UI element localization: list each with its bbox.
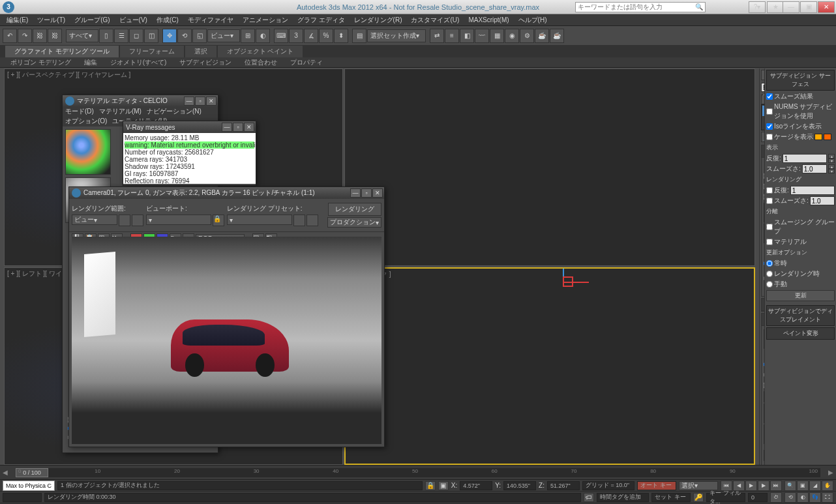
angle-snap-button[interactable]: ∡ [304,29,318,43]
snap-button[interactable]: 3 [289,29,303,43]
ref-coord-dropdown[interactable]: ビュー ▾ [207,29,240,42]
roll-btn[interactable]: ◐ [797,492,809,503]
mat-max-button[interactable]: ▫ [195,96,205,106]
time-config-btn[interactable]: ⏱ [770,492,782,503]
walk-btn[interactable]: 👣 [809,492,821,503]
ribbon-sub-align[interactable]: 位置合わせ [239,57,282,68]
subdiv-rollout-header[interactable]: サブディビジョン サーフェス [766,70,835,91]
menu-help[interactable]: ヘルプ(H) [515,14,551,26]
ribbon-sub-props[interactable]: プロパティ [285,57,328,68]
move-button[interactable]: ✥ [162,29,177,43]
ribbon-sub-polymodel[interactable]: ポリゴン モデリング [5,57,76,68]
ribbon-sub-edit[interactable]: 編集 [79,57,102,68]
undo-button[interactable]: ↶ [3,29,17,43]
update-button[interactable]: 更新 [766,290,835,301]
maxscript-listener[interactable]: Max to Physica C [3,481,55,491]
mat-menu-material[interactable]: マテリアル(M) [99,107,142,117]
nurms-check[interactable] [766,108,773,115]
schematic-button[interactable]: ▦ [490,29,504,43]
mat-min-button[interactable]: — [184,96,194,106]
menu-group[interactable]: グループ(G) [70,14,113,26]
star-icon[interactable]: ★ [767,1,784,13]
next-frame-btn[interactable]: ▶ [758,481,769,491]
ribbon-tab-paint[interactable]: オブジェクト ペイント [218,46,303,57]
edit-named-sel-button[interactable]: ▤ [352,29,366,43]
render-region-btn[interactable] [119,215,130,226]
update-manual-radio[interactable] [766,281,773,288]
production-dropdown[interactable]: プロダクション ▾ [327,217,381,228]
mat-close-button[interactable]: ✕ [206,96,216,106]
render-frame-button[interactable]: ☕ [535,29,549,43]
paint-deform-rollout[interactable]: ペイント変形 [766,327,835,340]
time-tag-label[interactable]: 時間タグを追加 [597,493,649,502]
smooth-result-check[interactable] [766,93,773,100]
transform-gizmo[interactable] [550,269,576,295]
scale-button[interactable]: ◱ [192,29,207,43]
mat-editor-titlebar[interactable]: マテリアル エディタ - CELCIO — ▫ ✕ [63,95,218,107]
z-coord[interactable]: 51.267" [547,481,580,490]
play-btn[interactable]: ▶ [745,481,757,491]
ribbon-tab-modeling[interactable]: グラファイト モデリング ツール [5,46,119,57]
spinner-snap-button[interactable]: ⬍ [334,29,348,43]
ribbon-tab-freeform[interactable]: フリーフォーム [120,46,184,57]
iter-field[interactable] [783,154,827,163]
ribbon-sub-geometry[interactable]: ジオメトリ(すべて) [105,57,172,68]
key-icon[interactable]: 🔑 [693,493,704,502]
mat-sample-1[interactable] [65,129,111,175]
menu-modifiers[interactable]: モディファイヤ [184,14,237,26]
y-coord[interactable]: 140.535" [503,481,536,490]
layers-button[interactable]: ◧ [460,29,474,43]
render-crop-btn[interactable] [132,215,143,226]
menu-graph[interactable]: グラフ エディタ [293,14,349,26]
render-area-dropdown[interactable]: ビュー ▾ [72,215,117,225]
viewport-dropdown[interactable]: ▾ [146,215,211,225]
menu-create[interactable]: 作成(C) [153,14,183,26]
menu-views[interactable]: ビュー(V) [115,14,151,26]
menu-animation[interactable]: アニメーション [239,14,292,26]
render-smooth-check[interactable] [766,198,773,204]
x-coord[interactable]: 4.572" [460,481,492,490]
max-viewport-btn[interactable]: ⛶ [822,492,833,503]
render-iter-check[interactable] [766,187,773,194]
show-cage-check[interactable] [766,134,773,140]
mirror-button[interactable]: ⇄ [430,29,444,43]
current-frame[interactable]: 0 [748,493,768,502]
unlink-button[interactable]: ⛓ [48,29,62,43]
pan-btn[interactable]: ✋ [822,481,833,491]
auto-key-button[interactable]: オート キー [637,481,676,490]
vray-min-button[interactable]: — [222,123,232,132]
minimize-button[interactable]: — [783,1,799,13]
key-filter-button[interactable]: キー フィルタ... [706,493,745,502]
rotate-button[interactable]: ⟲ [177,29,192,43]
menu-rendering[interactable]: レンダリング(R) [350,14,406,26]
menu-edit[interactable]: 編集(E) [3,14,32,26]
update-always-radio[interactable] [766,260,773,267]
cage-color2[interactable] [824,134,831,140]
isolate-btn[interactable]: ▣ [438,481,449,490]
vray-max-button[interactable]: ▫ [233,123,243,132]
preset-dropdown[interactable]: ▾ [227,215,292,225]
viewport-top-right[interactable] [344,68,755,266]
update-render-radio[interactable] [766,271,773,277]
render-button-main[interactable]: レンダリング [328,203,381,216]
set-key-button[interactable]: セット キー [651,493,691,502]
selection-filter[interactable]: すべて ▾ [66,29,98,42]
manipulate-button[interactable]: ◐ [256,29,270,43]
time-tag-btn[interactable]: 🏷 [584,493,594,502]
fov-btn[interactable]: ◢ [809,481,821,491]
sep-smooth-check[interactable] [766,224,773,230]
menu-customize[interactable]: カスタマイズ(U) [407,14,463,26]
align-button[interactable]: ≡ [445,29,459,43]
app-icon[interactable]: 3 [3,1,14,13]
rendered-image[interactable] [72,237,381,444]
material-editor-button[interactable]: ◉ [505,29,519,43]
pivot-button[interactable]: ⊞ [241,29,255,43]
render-max-button[interactable]: ▫ [361,188,372,198]
ribbon-tab-selection[interactable]: 選択 [185,46,216,57]
cage-color1[interactable] [814,134,822,140]
preset-btn2[interactable] [306,215,318,226]
redo-button[interactable]: ↷ [18,29,32,43]
maximize-button[interactable]: ▣ [800,1,817,13]
mat-menu-options[interactable]: オプション(O) [65,117,107,126]
select-button[interactable]: ▯ [99,29,113,43]
